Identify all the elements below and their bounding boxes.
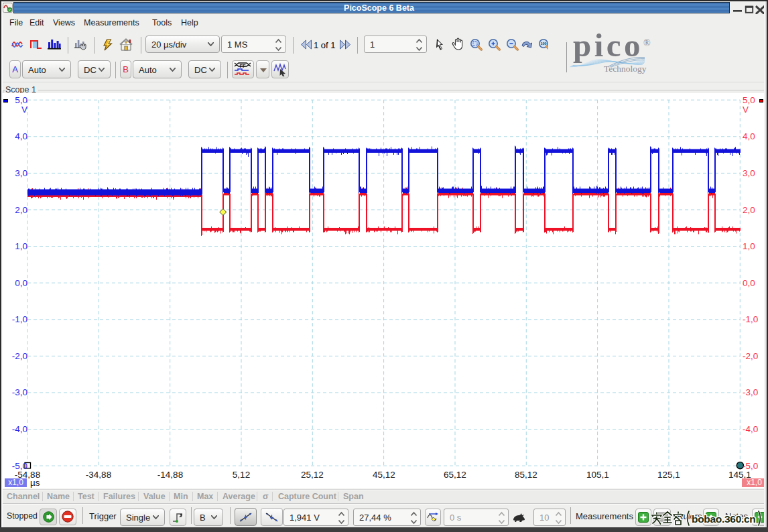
- svg-text:bobao.360.cn: bobao.360.cn: [692, 513, 755, 525]
